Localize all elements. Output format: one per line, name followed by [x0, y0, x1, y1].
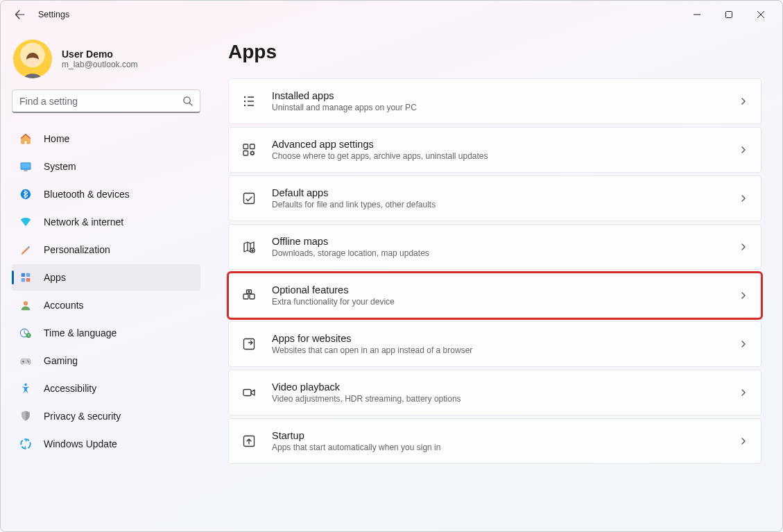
chevron-right-icon	[739, 388, 748, 397]
card-offline[interactable]: Offline mapsDownloads, storage location,…	[228, 224, 762, 270]
card-desc: Downloads, storage location, map updates	[272, 248, 723, 258]
avatar	[13, 40, 52, 78]
svg-rect-4	[21, 164, 31, 169]
video-icon	[241, 385, 257, 400]
card-title: Video playback	[272, 381, 723, 393]
account-block[interactable]: User Demo m_lab@outlook.com	[12, 37, 200, 87]
card-desc: Apps that start automatically when you s…	[272, 443, 723, 452]
avatar-person-icon	[17, 48, 48, 78]
svg-rect-5	[24, 170, 27, 171]
sidebar-item-label: Accounts	[44, 300, 84, 311]
svg-point-20	[245, 105, 246, 106]
sidebar-item-label: Home	[44, 133, 69, 144]
svg-point-16	[24, 384, 27, 386]
chevron-right-icon	[739, 145, 748, 155]
window-title: Settings	[38, 10, 69, 19]
chevron-right-icon	[739, 242, 748, 252]
svg-rect-27	[243, 294, 248, 299]
sidebar-item-label: System	[44, 161, 76, 172]
sidebar-item-bluetooth[interactable]: Bluetooth & devices	[12, 181, 200, 207]
sidebar-item-apps[interactable]: Apps	[12, 264, 200, 291]
apps-icon	[19, 271, 33, 284]
svg-point-15	[28, 361, 30, 363]
card-startup[interactable]: StartupApps that start automatically whe…	[228, 418, 762, 464]
sidebar-item-gaming[interactable]: Gaming	[12, 347, 200, 374]
sidebar-item-update[interactable]: Windows Update	[12, 431, 200, 457]
sidebar-item-accessibility[interactable]: Accessibility	[12, 375, 200, 402]
svg-rect-9	[21, 278, 25, 282]
sidebar-item-time[interactable]: Time & language	[12, 320, 200, 346]
card-title: Default apps	[272, 187, 723, 198]
card-default[interactable]: Default appsDefaults for file and link t…	[228, 175, 762, 221]
card-video[interactable]: Video playbackVideo adjustments, HDR str…	[228, 370, 762, 415]
sidebar-item-personalization[interactable]: Personalization	[12, 237, 200, 263]
sidebar-item-accounts[interactable]: Accounts	[12, 292, 200, 318]
svg-point-14	[27, 361, 28, 362]
card-optional[interactable]: Optional featuresExtra functionality for…	[228, 273, 762, 318]
svg-rect-22	[250, 144, 255, 149]
svg-point-11	[24, 301, 28, 305]
nav-list: HomeSystemBluetooth & devicesNetwork & i…	[12, 126, 200, 457]
chevron-right-icon	[739, 436, 748, 446]
search-icon	[182, 96, 193, 106]
svg-rect-31	[243, 390, 251, 396]
svg-point-24	[251, 152, 254, 155]
sidebar-item-label: Apps	[44, 272, 66, 283]
sidebar-item-label: Gaming	[44, 355, 78, 366]
time-icon	[19, 326, 33, 340]
bluetooth-icon	[19, 187, 33, 201]
home-icon	[19, 132, 33, 146]
titlebar: Settings	[1, 1, 782, 28]
card-desc: Uninstall and manage apps on your PC	[272, 103, 723, 112]
installed-icon	[241, 94, 257, 109]
svg-rect-28	[250, 294, 255, 299]
sidebar-item-home[interactable]: Home	[12, 126, 200, 152]
offline-icon	[241, 239, 257, 255]
minimize-icon	[694, 11, 700, 18]
svg-rect-10	[26, 278, 30, 282]
card-title: Optional features	[272, 284, 723, 295]
sidebar-item-label: Accessibility	[44, 383, 96, 394]
close-icon	[757, 11, 764, 18]
svg-rect-21	[243, 144, 248, 149]
close-button[interactable]	[745, 1, 777, 28]
sidebar-item-system[interactable]: System	[12, 153, 200, 180]
sidebar-item-network[interactable]: Network & internet	[12, 209, 200, 235]
network-icon	[19, 215, 33, 229]
system-icon	[19, 160, 33, 173]
optional-icon	[241, 288, 257, 303]
search-box[interactable]	[12, 89, 200, 113]
main-content: Apps Installed appsUninstall and manage …	[209, 28, 782, 531]
chevron-right-icon	[739, 194, 748, 203]
account-email: m_lab@outlook.com	[62, 60, 138, 69]
card-title: Advanced app settings	[272, 139, 723, 150]
sidebar: User Demo m_lab@outlook.com HomeSystemBl…	[1, 28, 209, 531]
chevron-right-icon	[739, 339, 748, 349]
search-input[interactable]	[19, 96, 182, 107]
svg-rect-0	[726, 12, 732, 18]
maximize-icon	[725, 11, 732, 18]
gaming-icon	[19, 354, 33, 368]
svg-rect-25	[244, 194, 255, 204]
personalization-icon	[19, 243, 33, 257]
update-icon	[19, 437, 33, 451]
card-list: Installed appsUninstall and manage apps …	[228, 78, 762, 464]
accounts-icon	[19, 298, 33, 312]
svg-rect-23	[243, 151, 248, 156]
svg-rect-8	[26, 273, 30, 277]
card-desc: Defaults for file and link types, other …	[272, 200, 723, 209]
card-advanced[interactable]: Advanced app settingsChoose where to get…	[228, 127, 762, 173]
sidebar-item-privacy[interactable]: Privacy & security	[12, 403, 200, 429]
svg-point-2	[184, 97, 190, 103]
sidebar-item-label: Privacy & security	[44, 411, 121, 422]
maximize-button[interactable]	[713, 1, 745, 28]
sidebar-item-label: Personalization	[44, 244, 110, 255]
sidebar-item-label: Time & language	[44, 327, 117, 338]
account-name: User Demo	[62, 49, 138, 60]
back-button[interactable]	[6, 1, 34, 28]
card-installed[interactable]: Installed appsUninstall and manage apps …	[228, 78, 762, 124]
advanced-icon	[241, 142, 257, 157]
minimize-button[interactable]	[681, 1, 713, 28]
accessibility-icon	[19, 381, 33, 395]
card-websites[interactable]: Apps for websitesWebsites that can open …	[228, 321, 762, 367]
